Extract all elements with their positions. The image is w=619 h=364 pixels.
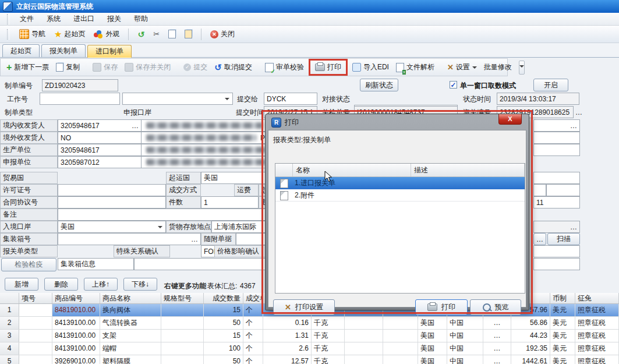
save-button[interactable]: 保存 bbox=[89, 61, 121, 74]
status-time-field[interactable]: 2019/3/4 13:03:17 bbox=[497, 93, 579, 105]
copy-button[interactable] bbox=[165, 29, 179, 40]
menu-system[interactable]: 系统 bbox=[40, 13, 67, 25]
right-field-browse[interactable]: … bbox=[533, 221, 580, 233]
table-cell: 照章征税 bbox=[575, 317, 619, 329]
right-field[interactable] bbox=[533, 144, 580, 156]
dialog-close-button[interactable]: X bbox=[498, 114, 522, 125]
table-row[interactable]: 539269010.00塑料隔膜50个12.57千克美国中国…1442.61美元… bbox=[0, 355, 619, 364]
table-cell: 美元 bbox=[550, 342, 575, 355]
copy-doc-button[interactable]: 复制 bbox=[52, 61, 83, 74]
report-item-import-declaration[interactable]: 1.进口报关单 bbox=[275, 177, 525, 189]
appearance-button[interactable]: 外观 bbox=[91, 28, 122, 40]
container-field[interactable]: … bbox=[58, 233, 201, 245]
print-button[interactable]: 打印 bbox=[312, 61, 345, 74]
single-window-checkbox[interactable]: ✓ bbox=[450, 81, 457, 89]
license-field[interactable] bbox=[58, 184, 166, 196]
undo-button[interactable]: ↺ bbox=[135, 29, 147, 40]
cancel-submit-button[interactable]: ↺ 取消提交 bbox=[211, 61, 256, 75]
tab-home[interactable]: 起始页 bbox=[2, 44, 40, 57]
menu-import-export[interactable]: 进出口 bbox=[67, 13, 101, 25]
tab-customs-doc[interactable]: 报关制单 bbox=[41, 44, 86, 57]
freight-label: 运费 bbox=[234, 184, 259, 196]
import-edi-button[interactable]: 导入EDI bbox=[349, 61, 392, 74]
pieces-field[interactable]: 1 bbox=[201, 196, 259, 208]
print-settings-button[interactable]: ✕ 打印设置 bbox=[273, 299, 335, 315]
menu-customs[interactable]: 报关 bbox=[101, 13, 128, 25]
home-button[interactable]: ★ 起始页 bbox=[51, 28, 88, 40]
report-item-attachment[interactable]: 2.附件 bbox=[275, 189, 525, 202]
paste-button[interactable] bbox=[182, 29, 195, 40]
right-field-small[interactable] bbox=[533, 184, 546, 196]
right-field[interactable] bbox=[546, 184, 580, 196]
table-row[interactable]: 284139100.00气流转换器50个0.16千克美国中国…56.86美元照章… bbox=[0, 317, 619, 330]
browse-button[interactable]: … bbox=[191, 235, 198, 243]
right-field[interactable] bbox=[533, 172, 580, 184]
refresh-status-button[interactable]: 刷新状态 bbox=[360, 79, 398, 91]
consignee-cn-field[interactable]: 3205948617… bbox=[58, 119, 142, 132]
table-cell bbox=[19, 304, 52, 316]
table-cell: 千克 bbox=[312, 317, 345, 329]
pack-count-field[interactable]: 11 bbox=[533, 196, 580, 208]
add-next-button[interactable]: + 新增下一票 bbox=[3, 61, 52, 74]
move-up-label: 上移↑ bbox=[92, 280, 109, 289]
dialog-print-button[interactable]: 打印 bbox=[415, 299, 468, 315]
file-parse-button[interactable]: 文件解析 bbox=[392, 61, 438, 74]
tab-import-doc[interactable]: 进口制单 bbox=[87, 45, 132, 58]
customs-no-more-button[interactable]: … bbox=[575, 108, 582, 117]
right-field-browse[interactable]: … bbox=[533, 119, 580, 132]
contract-field[interactable] bbox=[58, 196, 166, 208]
batch-edit-button[interactable]: 批量修改 bbox=[480, 61, 515, 74]
consignee-fr-field[interactable]: NO bbox=[58, 132, 142, 144]
nav-button[interactable]: 导航 bbox=[16, 28, 48, 40]
print-dialog-titlebar[interactable]: R 打印 bbox=[268, 116, 526, 129]
settings-button[interactable]: ✕ 设置 bbox=[444, 61, 480, 74]
save-close-button[interactable]: 保存并关闭 bbox=[121, 61, 174, 74]
table-cell: 个 bbox=[243, 342, 263, 355]
attach-browse-button[interactable]: … bbox=[533, 233, 546, 245]
table-cell: 84139100.00 bbox=[52, 342, 100, 355]
browse-button[interactable]: … bbox=[570, 122, 577, 130]
open-button[interactable]: 开启 bbox=[533, 79, 568, 91]
dialog-preview-button[interactable]: 预览 bbox=[470, 299, 521, 315]
cut-button[interactable]: ✂ bbox=[150, 29, 162, 40]
navigation-icon bbox=[19, 29, 29, 39]
table-cell: 个 bbox=[243, 304, 263, 316]
declarer-field[interactable]: 3205987012 bbox=[58, 156, 142, 168]
doc-check-icon bbox=[265, 63, 274, 72]
table-row[interactable]: 484139100.00端帽100个2.6千克美国中国…192.35美元照章征税 bbox=[0, 342, 619, 355]
table-cell: 84139100.00 bbox=[52, 317, 100, 329]
audit-check-button[interactable]: 审单校验 bbox=[261, 61, 307, 74]
inspect-button[interactable]: 检验检疫 bbox=[1, 258, 56, 271]
trade-country-dropdown[interactable]: 美国 bbox=[58, 221, 166, 233]
job-select-dropdown[interactable] bbox=[122, 93, 233, 105]
right-field[interactable] bbox=[533, 245, 580, 257]
origin-country-value: 美国 bbox=[204, 173, 218, 183]
submit-button[interactable]: ✓ 提交 bbox=[180, 61, 211, 74]
submit-to-value: DYCK bbox=[267, 95, 286, 103]
container-info-field[interactable]: 集装箱信息 bbox=[58, 258, 134, 270]
move-up-button[interactable]: 上移↑ bbox=[84, 278, 118, 291]
doc-no-value: ZD19020423 bbox=[45, 82, 85, 90]
right-field[interactable] bbox=[533, 258, 580, 270]
toolbar-overflow-button[interactable] bbox=[519, 61, 525, 75]
menu-help[interactable]: 帮助 bbox=[128, 13, 154, 25]
scan-button[interactable]: 扫描 bbox=[547, 233, 580, 245]
add-row-button[interactable]: 新增 bbox=[5, 278, 38, 291]
submit-to-field[interactable]: DYCK bbox=[264, 93, 317, 105]
goods-col-header: 征免 bbox=[575, 293, 619, 303]
delete-row-button[interactable]: 删除 bbox=[44, 278, 78, 291]
doc-no-field[interactable]: ZD19020423 bbox=[42, 79, 118, 91]
job-no-field[interactable] bbox=[40, 93, 120, 105]
producer-field[interactable]: 3205948617 bbox=[58, 144, 142, 156]
table-row[interactable]: 384139100.00支架15个1.31千克美国中国…44.23美元照章征税 bbox=[0, 330, 619, 342]
move-down-button[interactable]: 下移↓ bbox=[123, 278, 157, 291]
table-cell bbox=[345, 355, 383, 364]
right-field[interactable] bbox=[533, 132, 580, 144]
browse-button[interactable]: … bbox=[132, 122, 139, 130]
nav-label: 导航 bbox=[31, 29, 45, 39]
close-button[interactable]: ✕ 关闭 bbox=[207, 28, 238, 40]
browse-button[interactable]: … bbox=[570, 223, 577, 231]
menu-file[interactable]: 文件 bbox=[13, 13, 40, 25]
redacted-text bbox=[146, 147, 268, 153]
save-label: 保存 bbox=[104, 62, 118, 72]
